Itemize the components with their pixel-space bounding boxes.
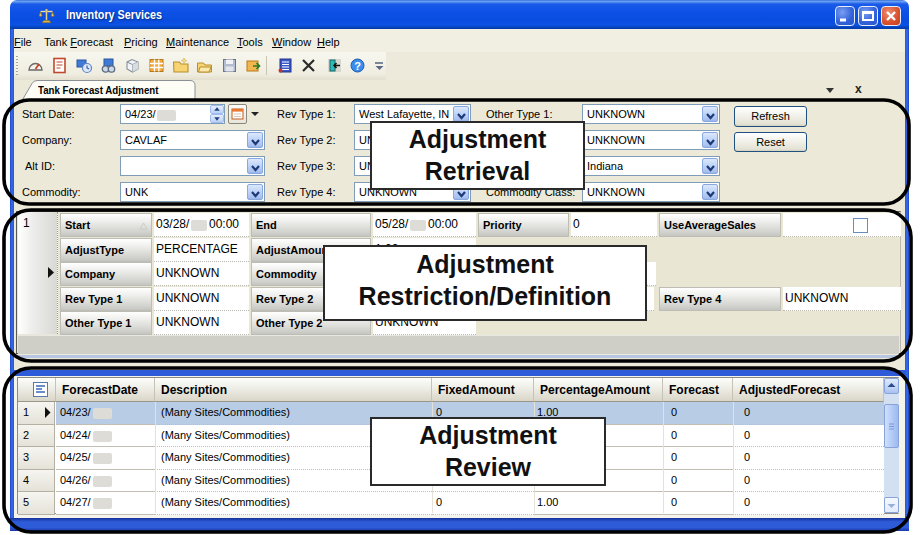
svg-text:?: ? bbox=[354, 60, 361, 72]
